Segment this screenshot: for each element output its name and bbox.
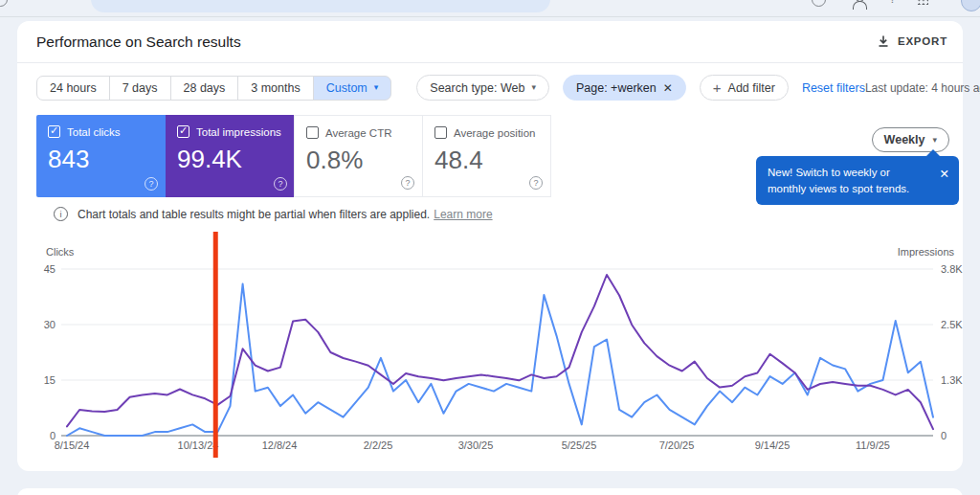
remove-filter-icon[interactable]: ✕	[663, 81, 673, 95]
topbar-divider	[0, 16, 980, 17]
help-icon[interactable]	[812, 0, 826, 7]
x-axis-label: 8/15/24	[55, 439, 90, 451]
search-type-label: Search type: Web	[430, 81, 524, 95]
chevron-down-icon: ▾	[932, 136, 937, 145]
add-filter-label: Add filter	[728, 81, 775, 95]
url-inspect-search-bar[interactable]	[91, 0, 550, 12]
new-feature-tooltip: New! Switch to weekly or monthly views t…	[756, 156, 959, 205]
x-axis-label: 7/20/25	[659, 439, 695, 451]
granularity-label: Weekly	[884, 133, 925, 146]
x-axis-label: 5/25/25	[562, 439, 597, 451]
partial-data-notice: i Chart totals and table results might b…	[54, 207, 493, 221]
checkbox-checked-icon[interactable]: ✓	[48, 125, 60, 138]
menu-fragment-icon[interactable]	[0, 0, 8, 7]
metric-label: Total clicks	[67, 126, 121, 138]
chevron-down-icon: ▾	[374, 83, 379, 92]
series-total-clicks	[67, 284, 933, 437]
metric-value: 48.4	[434, 146, 539, 175]
metric-value: 0.8%	[306, 146, 411, 175]
date-range-24-hours[interactable]: 24 hours	[36, 76, 110, 101]
x-axis-label: 12/8/24	[262, 439, 298, 451]
help-icon[interactable]: ?	[145, 177, 158, 191]
left-axis-tick: 30	[44, 319, 56, 330]
last-update-text: Last update: 4 hours ago	[865, 81, 980, 95]
metric-value: 843	[48, 145, 154, 174]
metric-label: Total impressions	[196, 126, 281, 138]
search-console-performance-page: ? Performance on Search results EXPORT 2…	[0, 0, 980, 495]
add-user-icon[interactable]	[853, 0, 866, 6]
header-divider	[17, 62, 963, 63]
avatar[interactable]	[961, 0, 980, 11]
performance-chart[interactable]: 453.8K302.5K151.3K00ClicksImpressions8/1…	[38, 241, 947, 466]
check-icon: ✓	[50, 124, 58, 137]
check-icon: ✓	[179, 124, 188, 137]
date-range-custom[interactable]: Custom ▾	[313, 76, 392, 101]
help-icon[interactable]: ?	[529, 176, 543, 190]
info-icon: i	[54, 207, 68, 221]
average-position-card[interactable]: Average position 48.4 ?	[422, 115, 551, 197]
metric-value: 99.4K	[177, 145, 283, 174]
x-axis-label: 3/30/25	[458, 439, 494, 451]
reset-filters-link[interactable]: Reset filters	[802, 81, 865, 95]
total-impressions-card[interactable]: ✓ Total impressions 99.4K ?	[166, 115, 295, 197]
metric-label: Average CTR	[325, 127, 391, 139]
right-axis-tick: 3.8K	[941, 263, 963, 275]
date-range-3-months[interactable]: 3 months	[237, 76, 313, 101]
apps-grid-icon[interactable]	[917, 0, 928, 5]
plus-icon: +	[713, 80, 722, 95]
custom-label: Custom	[326, 77, 368, 100]
filter-row: 24 hours 7 days 28 days 3 months Custom …	[36, 75, 944, 101]
x-axis-label: 11/9/25	[856, 439, 890, 451]
close-icon[interactable]: ✕	[940, 166, 949, 196]
x-axis-label: 9/14/25	[755, 439, 791, 451]
search-type-filter[interactable]: Search type: Web ▾	[416, 75, 549, 101]
x-axis-label: 10/13/24	[178, 439, 219, 451]
performance-card: Performance on Search results EXPORT 24 …	[17, 21, 963, 471]
page-title: Performance on Search results	[36, 34, 241, 51]
left-axis-title: Clicks	[46, 246, 75, 258]
page-filter-chip[interactable]: Page: +werken ✕	[563, 75, 686, 101]
x-axis-label: 2/2/25	[364, 439, 393, 451]
help-icon[interactable]: ?	[274, 177, 287, 191]
series-total-impressions	[67, 275, 933, 429]
checkbox-unchecked-icon[interactable]	[434, 126, 447, 139]
help-icon[interactable]: ?	[401, 176, 414, 190]
date-range-7-days[interactable]: 7 days	[109, 76, 171, 101]
feedback-icon[interactable]: ?	[889, 0, 896, 6]
date-range-selector: 24 hours 7 days 28 days 3 months Custom …	[36, 76, 391, 101]
left-axis-tick: 45	[44, 263, 56, 275]
right-axis-tick: 0	[941, 430, 947, 441]
notice-text: Chart totals and table results might be …	[78, 208, 493, 221]
average-ctr-card[interactable]: Average CTR 0.8% ?	[294, 115, 423, 197]
export-button[interactable]: EXPORT	[877, 34, 947, 48]
date-range-28-days[interactable]: 28 days	[170, 76, 239, 101]
page-filter-label: Page: +werken	[576, 81, 657, 95]
metric-cards: ✓ Total clicks 843 ? ✓ Total impressions…	[36, 115, 551, 197]
right-axis-title: Impressions	[898, 246, 955, 258]
metric-label: Average position	[454, 127, 535, 139]
checkbox-unchecked-icon[interactable]	[306, 126, 319, 139]
next-section-card	[17, 488, 963, 495]
right-axis-tick: 2.5K	[941, 319, 963, 330]
tooltip-text: New! Switch to weekly or monthly views t…	[768, 165, 931, 196]
total-clicks-card[interactable]: ✓ Total clicks 843 ?	[36, 115, 166, 197]
export-label: EXPORT	[898, 35, 947, 47]
learn-more-link[interactable]: Learn more	[434, 208, 492, 221]
add-filter-button[interactable]: + Add filter	[700, 75, 789, 101]
checkbox-checked-icon[interactable]: ✓	[177, 125, 189, 138]
download-icon	[877, 34, 890, 48]
chevron-down-icon: ▾	[531, 83, 536, 92]
left-axis-tick: 15	[44, 374, 56, 386]
right-axis-tick: 1.3K	[941, 374, 963, 386]
